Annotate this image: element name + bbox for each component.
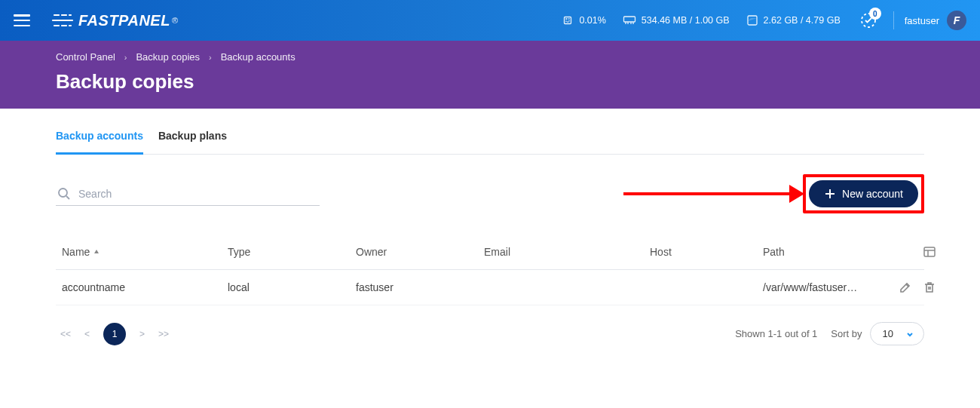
pager: << < 1 > >> — [60, 323, 169, 345]
menu-toggle[interactable] — [14, 14, 30, 26]
cpu-icon — [562, 14, 574, 26]
logo-icon — [51, 12, 74, 29]
divider — [893, 11, 894, 29]
highlight-annotation: New account — [803, 174, 924, 213]
page-first[interactable]: << — [60, 329, 71, 339]
tab-backup-accounts[interactable]: Backup accounts — [56, 122, 143, 155]
th-type[interactable]: Type — [228, 246, 356, 258]
crumb-backup-copies[interactable]: Backup copies — [136, 51, 200, 63]
table-row[interactable]: accountname local fastuser /var/www/fast… — [56, 270, 924, 305]
td-name: accountname — [62, 281, 228, 293]
svg-rect-4 — [566, 19, 569, 22]
logo-text: FASTPANEL — [78, 12, 170, 29]
toolbar: New account — [56, 174, 924, 213]
svg-point-12 — [59, 189, 67, 197]
search-input[interactable] — [78, 188, 318, 200]
page-size-value: 10 — [883, 328, 893, 339]
th-email[interactable]: Email — [484, 246, 650, 258]
columns-icon — [923, 245, 936, 259]
svg-line-13 — [66, 196, 69, 199]
delete-icon[interactable] — [923, 281, 936, 294]
th-host[interactable]: Host — [650, 246, 763, 258]
page-prev[interactable]: < — [84, 329, 90, 339]
top-bar: FASTPANEL ® 0.01% 534.46 MB / 1.00 GB 2.… — [0, 0, 980, 41]
chevron-right-icon: › — [124, 53, 127, 62]
search-icon — [57, 187, 71, 201]
table-header: Name Type Owner Email Host Path — [56, 235, 924, 270]
new-account-label: New account — [842, 188, 903, 200]
page-title: Backup copies — [56, 70, 924, 94]
user-menu[interactable]: fastuser F — [905, 11, 966, 30]
page-last[interactable]: >> — [158, 329, 169, 339]
chevron-down-icon — [905, 330, 914, 339]
ram-stat[interactable]: 534.46 MB / 1.00 GB — [623, 15, 730, 26]
sort-asc-icon — [93, 249, 100, 255]
row-actions — [876, 281, 936, 294]
ram-value: 534.46 MB / 1.00 GB — [642, 15, 730, 26]
chevron-right-icon: › — [209, 53, 212, 62]
table-footer: << < 1 > >> Shown 1-1 out of 1 Sort by 1… — [56, 322, 924, 345]
td-type: local — [228, 281, 356, 293]
cpu-stat[interactable]: 0.01% — [562, 14, 605, 26]
crumb-control-panel[interactable]: Control Panel — [56, 51, 115, 63]
disk-icon — [746, 14, 758, 26]
page-next[interactable]: > — [139, 329, 145, 339]
column-settings[interactable] — [876, 245, 936, 259]
svg-rect-5 — [623, 17, 635, 22]
tabs: Backup accounts Backup plans — [56, 122, 924, 155]
th-path[interactable]: Path — [763, 246, 876, 258]
th-name[interactable]: Name — [62, 246, 228, 258]
disk-stat[interactable]: 2.62 GB / 4.79 GB — [746, 14, 841, 26]
tasks-badge: 0 — [869, 8, 881, 20]
crumb-backup-accounts[interactable]: Backup accounts — [221, 51, 296, 63]
svg-rect-3 — [565, 17, 571, 24]
logo[interactable]: FASTPANEL ® — [51, 12, 178, 29]
edit-icon[interactable] — [899, 281, 912, 294]
search-wrap — [56, 183, 320, 206]
content: Backup accounts Backup plans New account — [0, 109, 980, 345]
ram-icon — [623, 15, 636, 26]
td-owner: fastuser — [356, 281, 484, 293]
plus-icon — [824, 188, 836, 200]
disk-value: 2.62 GB / 4.79 GB — [764, 15, 841, 26]
new-account-button[interactable]: New account — [809, 180, 918, 207]
tab-backup-plans[interactable]: Backup plans — [158, 122, 227, 155]
logo-reg: ® — [172, 16, 178, 25]
avatar: F — [947, 11, 966, 30]
breadcrumb: Control Panel › Backup copies › Backup a… — [56, 51, 924, 63]
username: fastuser — [905, 15, 939, 26]
accounts-table: Name Type Owner Email Host Path accountn… — [56, 235, 924, 305]
arrow-annotation — [623, 185, 804, 203]
page-header: Control Panel › Backup copies › Backup a… — [0, 41, 980, 109]
cpu-value: 0.01% — [579, 15, 605, 26]
shown-text: Shown 1-1 out of 1 — [735, 328, 817, 339]
tasks-icon[interactable]: 0 — [857, 9, 880, 32]
svg-rect-16 — [924, 247, 935, 256]
sortby-label: Sort by — [831, 328, 862, 339]
page-current[interactable]: 1 — [103, 323, 126, 345]
th-owner[interactable]: Owner — [356, 246, 484, 258]
page-size-select[interactable]: 10 — [870, 322, 924, 345]
td-path: /var/www/fastuser… — [763, 281, 876, 293]
